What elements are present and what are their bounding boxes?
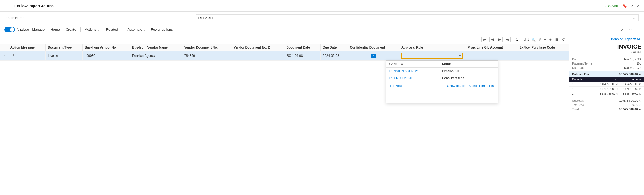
show-details-button[interactable]: Show details [447,84,465,88]
balance-due-label: Balance Due: [572,73,591,76]
sort-icon[interactable]: ↑ [399,63,400,66]
confidential-document-cell[interactable] [348,51,399,61]
total-pages: 1 [527,38,529,41]
invoice-table-header: Quantity Rate Amount [569,77,644,82]
vendor-doc-no-value: 784356 [184,54,195,58]
col-vendor-doc-no2: Vendor Document No. 2 [231,44,284,51]
vendor-doc-no2-cell[interactable] [231,51,284,61]
invoice-totals: Subtotal: 10 575 800,00 kr Tax (0%): 0,0… [569,96,644,113]
copy-icon[interactable]: ⎘ [538,36,542,43]
invoice-due-date-row: Due Date: Mar 30, 2024 [572,66,641,70]
invoice-details: Date: Mar 15, 2024 Payment Terms: 10d Du… [569,55,644,71]
invoice-date-value: Mar 15, 2024 [624,58,641,61]
automate-button[interactable]: Automate ⌄ [125,26,149,33]
zoom-icon[interactable]: 🔍 [530,37,537,43]
analyse-label: Analyse [17,27,29,31]
approval-rule-dropdown-button[interactable]: ▼ [459,54,461,57]
open-in-new-icon[interactable]: ↗ [630,4,633,8]
info-icon[interactable]: ℹ [636,26,640,33]
nav-bar: ⏮ ◀ ▶ ⏭ of 1 🔍 ⎘ − + 🗑 ↺ [0,35,569,44]
bookmark-icon[interactable]: 🔖 [622,4,627,8]
invoice-due-date-label: Due Date: [572,66,586,69]
invoice-payment-terms-row: Payment Terms: 10d [572,61,641,66]
document-date-cell[interactable]: 2024-04-08 [284,51,321,61]
line0-qty: 1 [572,83,595,86]
page-input[interactable] [512,37,522,42]
invoice-title: INVOICE [569,43,644,50]
top-bar: ← ExFlow Import Journal ✓ Saved 🔖 ↗ ⤢ [0,0,644,12]
first-page-button[interactable]: ⏮ [481,37,488,42]
create-button[interactable]: Create [63,26,79,33]
filter-icon[interactable]: ▽ [628,26,633,33]
automate-chevron: ⌄ [143,27,146,31]
col-vendor-no: Buy-from Vendor No. [82,44,130,51]
filter-dropdown-icon[interactable]: ▽ [401,63,403,66]
related-button[interactable]: Related ⌄ [103,26,124,33]
action-message-cell[interactable]: ⋮ – [8,51,46,61]
subtotal-label: Subtotal: [572,99,584,102]
approval-rule-dropdown: Code ↑ ▽ Name PENSION AGENCY Pens [386,60,498,103]
of-label: of [524,38,526,41]
fewer-options-button[interactable]: Fewer options [149,26,174,33]
subtract-icon[interactable]: − [543,36,547,43]
document-date-value: 2024-04-08 [286,54,303,58]
vendor-doc-no-cell[interactable]: 784356 [182,51,231,61]
invoice-payment-terms-value: 10d [637,62,641,65]
invoice-date-label: Date: [572,58,579,61]
confidential-checkbox[interactable] [371,54,376,58]
home-button[interactable]: Home [48,26,63,33]
vendor-name-cell[interactable]: Pension Agency [130,51,182,61]
col-vendor-doc-no: Vendor Document No. [182,44,231,51]
line2-rate: 3 535 789,00 kr [595,92,618,95]
batch-more-button[interactable]: ... [633,16,636,20]
vendor-no-cell[interactable]: L00030 [82,51,130,61]
document-type-cell[interactable]: Invoice [46,51,83,61]
approval-rule-input-wrap[interactable]: ▼ [401,53,463,59]
exflow-code-cell[interactable] [517,51,569,61]
approval-rule-input[interactable] [403,54,458,58]
invoice-line-2: 1 3 535 789,00 kr 3 535 789,00 kr [569,91,644,96]
expand-icon[interactable]: ⤢ [637,4,640,8]
row-menu-icon[interactable]: ⋮ [10,54,16,58]
prop-line-gl-cell[interactable] [465,51,517,61]
next-page-button[interactable]: ▶ [497,37,503,42]
toolbar-separator [80,27,81,32]
total-label: Total: [572,108,580,111]
line2-amount: 3 535 789,00 kr [618,92,641,95]
refresh-icon[interactable]: ↺ [561,36,566,43]
dropdown-code-0: PENSION AGENCY [389,69,442,73]
page-title: ExFlow Import Journal [14,4,55,8]
actions-chevron: ⌄ [97,27,100,31]
add-row-icon[interactable]: + [548,36,553,43]
toggle-track[interactable] [4,27,15,32]
table-header-row: Action Message Document Type Buy-from Ve… [0,44,569,51]
invoice-number: # 87961 [569,50,644,55]
due-date-cell[interactable]: 2024-05-08 [321,51,348,61]
col-confidential: Confidential Document [348,44,399,51]
tax-row: Tax (0%): 0,00 kr [572,103,641,107]
subtotal-row: Subtotal: 10 575 800,00 kr [572,98,641,103]
line0-rate: 3 464 557,00 kr [595,83,618,86]
dropdown-item-1[interactable]: RECRUITMENT Consultant fees [386,75,498,82]
last-page-button[interactable]: ⏭ [504,37,511,42]
prev-page-button[interactable]: ◀ [489,37,495,42]
toolbar-right: ↗ ▽ ℹ [619,26,640,33]
back-button[interactable]: ← [4,2,12,10]
due-date-value: 2024-05-08 [323,54,339,58]
actions-button[interactable]: Actions ⌄ [82,26,103,33]
dropdown-item-0[interactable]: PENSION AGENCY Pension rule [386,68,498,75]
line2-qty: 1 [572,92,595,95]
invoice-col-amount: Amount [618,78,641,81]
batch-value-field[interactable]: DEFAULT ... [196,14,639,21]
analyse-toggle[interactable]: Analyse [4,27,29,32]
delete-icon[interactable]: 🗑 [554,36,560,43]
share-icon[interactable]: ↗ [619,26,625,33]
code-header-label: Code [389,62,397,66]
select-from-full-list-button[interactable]: Select from full list [469,84,494,88]
table-area: ⏮ ◀ ▶ ⏭ of 1 🔍 ⎘ − + 🗑 ↺ Action Message [0,35,569,193]
manage-button[interactable]: Manage [29,26,47,33]
invoice-col-qty: Quantity [572,78,595,81]
col-arrow [0,44,8,51]
approval-rule-cell[interactable]: ▼ Code ↑ ▽ Name [399,51,465,61]
new-button[interactable]: + + New [389,84,402,88]
